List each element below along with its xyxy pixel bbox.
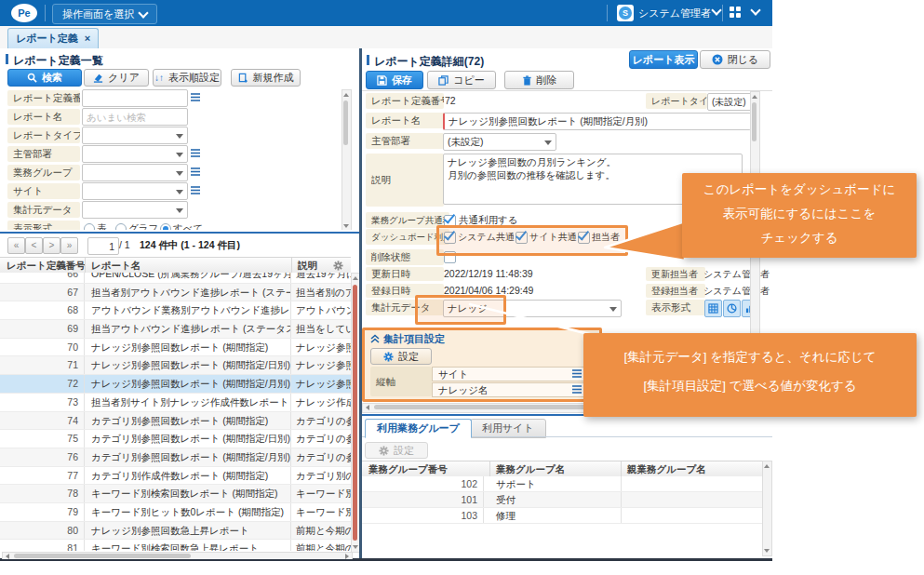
table-row[interactable]: 74カテゴリ別参照回数レポート (期間指定)カテゴリの参照回 <box>0 412 351 431</box>
tab-close-icon[interactable]: × <box>85 29 90 48</box>
site-select[interactable] <box>82 182 188 200</box>
list-panel-title: レポート定義一覧 <box>6 53 103 69</box>
callout-source-data-hint: [集計元データ] を指定すると、それに応じて [集計項目設定] で選べる値が変化… <box>583 333 917 417</box>
screen-select-button[interactable]: 操作画面を選択 <box>52 4 157 24</box>
tab-sites[interactable]: 利用サイト <box>470 419 546 438</box>
select-caret-icon <box>176 153 183 157</box>
clear-button[interactable]: クリア <box>84 69 149 87</box>
department-value-select[interactable]: (未設定) <box>443 133 556 151</box>
page-number-input[interactable] <box>87 237 119 255</box>
copy-button[interactable]: コピー <box>427 71 496 89</box>
table-row[interactable]: 78キーワード別検索回数レポート (期間指定)キーワード別の検 <box>0 485 351 503</box>
save-button[interactable]: 保存 <box>366 71 423 89</box>
table-row[interactable]: 75カテゴリ別参照回数レポート (期間指定/日別)カテゴリの参照回 <box>0 430 351 448</box>
tab-business-groups[interactable]: 利用業務グループ <box>365 419 472 438</box>
sort-order-button[interactable]: ↓↑ 表示順設定 <box>153 69 221 87</box>
apps-grid-icon[interactable] <box>730 7 742 19</box>
table-row[interactable]: 66OPEN/CLOSE (所属業務グループ/過去19ヶ月)過去19ヶ月に受付 <box>0 273 351 284</box>
group-setting-button[interactable]: 設定 <box>365 442 428 459</box>
gear-icon <box>383 352 394 362</box>
report-name-input[interactable] <box>82 108 188 126</box>
report-id-input[interactable] <box>82 89 188 107</box>
business-group-select[interactable] <box>82 164 188 181</box>
source-data-select[interactable] <box>82 201 188 219</box>
column-header-group-no[interactable]: 業務グループ番号 <box>362 461 490 477</box>
column-header-parent-group[interactable]: 親業務グループ名 <box>621 461 762 477</box>
list-picker-icon[interactable] <box>571 368 583 379</box>
user-menu[interactable]: システム管理者 <box>638 7 711 20</box>
tab-label: レポート定義 <box>16 29 78 48</box>
select-caret-icon <box>176 190 183 194</box>
list-picker-icon[interactable] <box>190 148 201 158</box>
select-caret-icon <box>176 134 183 139</box>
table-row[interactable]: 73担当者別サイト別ナレッジ作成件数レポート (期間指定)ナレッジ作成件数 <box>0 394 351 412</box>
column-header-report-name[interactable]: レポート名 <box>85 258 292 274</box>
column-settings-gear-icon[interactable] <box>333 261 343 271</box>
table-row[interactable]: 80ナレッジ別参照回数急上昇レポート前期と今期の、ナ <box>0 522 351 541</box>
collapse-icon[interactable] <box>370 334 380 343</box>
radio-graph[interactable] <box>115 223 127 230</box>
table-view-toggle[interactable] <box>704 300 722 317</box>
search-button[interactable]: 検索 <box>7 69 82 87</box>
tab-report-definition[interactable]: レポート定義 × <box>7 28 99 48</box>
list-vertical-scrollbar[interactable] <box>351 273 359 553</box>
group-table-scrollbar[interactable] <box>762 461 772 556</box>
column-header-group-name[interactable]: 業務グループ名 <box>489 461 622 477</box>
close-button[interactable]: 閉じる <box>700 50 770 69</box>
create-new-button[interactable]: 新規作成 <box>231 69 301 87</box>
show-report-button[interactable]: レポート表示 <box>629 50 698 69</box>
aggregate-setting-button[interactable]: 設定 <box>370 348 432 365</box>
detail-label-name: レポート名 <box>366 113 444 128</box>
field-label-report-id: レポート定義番号 <box>7 90 80 106</box>
list-horizontal-scrollbar[interactable] <box>2 552 353 559</box>
table-row[interactable]: 67担当者別アウトバウンド進捗レポート (ステータス/発信状態別)担当者別のアウ… <box>0 284 351 302</box>
group-row[interactable]: 101 受付 <box>362 492 762 508</box>
avatar[interactable]: S <box>617 5 634 21</box>
chevron-down-icon[interactable] <box>750 5 760 15</box>
radio-table[interactable] <box>84 223 95 230</box>
column-header-report-id[interactable]: レポート定義番号 <box>0 258 86 274</box>
form-scrollbar[interactable] <box>341 89 352 230</box>
aggregate-item[interactable]: サイト <box>432 367 594 381</box>
report-type-value[interactable] <box>707 93 752 111</box>
table-row[interactable]: 71ナレッジ別参照回数レポート (期間指定/日別)ナレッジ参照回数 <box>0 356 351 375</box>
table-row[interactable]: 76カテゴリ別参照回数レポート (期間指定/月別)カテゴリの参照回 <box>0 448 351 467</box>
table-row[interactable]: 70ナレッジ別参照回数レポート (期間指定)ナレッジ参照回数 <box>0 339 351 357</box>
report-name-field[interactable] <box>443 113 751 130</box>
table-row[interactable]: 81キーワード別検索回数急上昇レポート前期と今期のキー <box>0 540 351 551</box>
divider <box>607 5 608 21</box>
chevron-down-icon <box>139 7 149 18</box>
aggregate-item[interactable]: ナレッジ名 <box>432 382 594 397</box>
table-view-icon <box>708 303 718 314</box>
callout-line: [集計元データ] を指定すると、それに応じて <box>583 342 917 371</box>
table-row[interactable]: 68アウトバウンド業務別アウトバウンド進捗レポート (ステータス/発アウトバウン… <box>0 301 351 320</box>
page-next-button[interactable]: > <box>43 237 60 254</box>
table-row[interactable]: 69担当アウトバウンド進捗レポート (ステータス/発信状態別)担当をしているア <box>0 320 351 339</box>
page-first-button[interactable]: « <box>7 237 25 254</box>
table-row[interactable]: 77カテゴリ別作成件数レポート (期間指定)カテゴリ別のナレ <box>0 467 351 486</box>
select-caret-icon <box>176 208 183 213</box>
department-select[interactable] <box>82 145 188 163</box>
sort-order-label: 表示順設定 <box>168 71 220 85</box>
pie-view-toggle[interactable] <box>723 300 741 317</box>
delete-button[interactable]: 削除 <box>504 71 574 89</box>
report-type-select[interactable] <box>82 127 188 144</box>
table-row-selected[interactable]: 72ナレッジ別参照回数レポート (期間指定/月別)ナレッジ参照回数 <box>0 375 351 394</box>
group-row[interactable]: 103 修理 <box>362 508 762 524</box>
list-picker-icon[interactable] <box>571 384 583 394</box>
sort-arrows-icon: ↓↑ <box>154 73 164 83</box>
chevron-down-icon[interactable] <box>711 5 721 15</box>
list-picker-icon[interactable] <box>190 185 201 195</box>
app-logo[interactable]: Pe <box>11 4 37 22</box>
detail-label-department: 主管部署 <box>366 133 444 149</box>
page-prev-button[interactable]: < <box>25 237 43 254</box>
table-row[interactable]: 79キーワード別ヒット数0レポート (期間指定)キーワード別のヒ <box>0 503 351 522</box>
callout-line: 表示可能にするにはここを <box>682 202 917 226</box>
list-picker-icon[interactable] <box>190 167 201 177</box>
group-row[interactable]: 102 サポート <box>362 476 762 492</box>
list-picker-icon[interactable] <box>190 92 201 102</box>
radio-all[interactable] <box>160 223 171 230</box>
page-last-button[interactable]: » <box>60 237 78 254</box>
column-header-description[interactable]: 説明 <box>291 258 337 274</box>
updated-datetime: 2022/12/19 11:48:39 <box>444 266 533 282</box>
